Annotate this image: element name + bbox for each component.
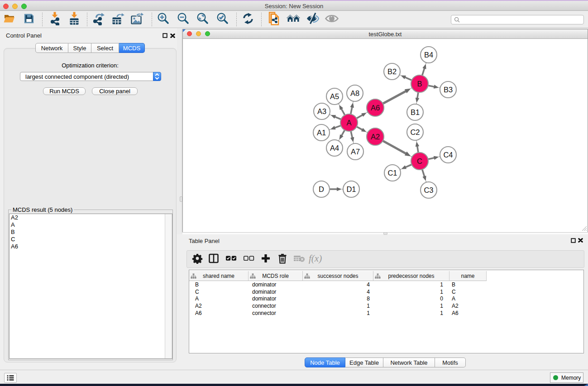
graph-edge-A-A3[interactable] [329,114,341,119]
splitter-handle-left[interactable] [180,196,182,202]
graph-node-A7[interactable]: A7 [347,143,363,160]
graph-edge-A2-C[interactable] [383,141,412,157]
column-header-predecessor-nodes[interactable]: predecessor nodes [373,271,449,281]
save-button[interactable] [22,12,36,27]
clone-network-button[interactable] [267,12,281,27]
graph-node-A3[interactable]: A3 [314,103,330,119]
column-header-shared-name[interactable]: shared name [189,271,249,281]
graph-node-C2[interactable]: C2 [407,124,423,140]
table-row[interactable]: A2connector11A2 [189,303,583,310]
graph-edge-B-B1[interactable] [416,92,419,105]
graph-node-A8[interactable]: A8 [347,85,363,101]
graph-node-A6[interactable]: A6 [367,99,384,116]
refresh-button[interactable] [241,12,255,27]
split-columns-button[interactable] [206,252,221,267]
mcds-result-item[interactable]: A6 [10,243,172,250]
export-table-button[interactable] [111,12,125,27]
graph-edge-C-C3[interactable] [422,170,426,183]
hide-eye-button[interactable] [306,12,320,27]
graph-node-D1[interactable]: D1 [343,181,359,197]
float-panel-icon[interactable] [163,33,167,38]
graph-edge-B-B3[interactable] [428,85,440,88]
tab-network[interactable]: Network [35,43,68,53]
graph-edge-C-C1[interactable] [400,165,412,170]
mcds-result-list[interactable]: A2ABCA6 [9,214,172,359]
task-history-button[interactable] [4,373,17,383]
tab-style[interactable]: Style [68,43,91,53]
close-panel-icon[interactable] [170,33,175,38]
network-canvas[interactable]: AA1A2A3A4A5A6A7A8BB1B2B3B4CC1C2C3C4DD1 [183,39,588,232]
graph-edge-B-B4[interactable] [422,62,426,75]
network-window-titlebar[interactable]: testGlobe.txt [183,29,588,39]
table-row[interactable]: A6connector11A6 [189,310,583,317]
graph-edge-A-A1[interactable] [329,126,341,130]
unselect-all-button[interactable] [241,252,256,267]
mcds-result-item[interactable]: A [10,221,172,229]
graph-node-B2[interactable]: B2 [384,63,400,80]
graph-node-A[interactable]: A [340,114,358,131]
mcds-result-item[interactable]: B [10,229,172,236]
graph-node-A4[interactable]: A4 [326,140,343,156]
column-header-MCDS-role[interactable]: MCDS role [249,271,303,281]
select-all-button[interactable] [224,252,238,267]
graph-edge-A-A8[interactable] [350,101,354,114]
table-row[interactable]: Bdominator41B [189,281,583,289]
graph-node-C[interactable]: C [411,152,428,170]
table-close-panel-icon[interactable] [578,238,583,243]
tab-node-table[interactable]: Node Table [305,357,345,367]
zoom-out-button[interactable] [176,12,191,27]
graph-node-A5[interactable]: A5 [326,88,343,105]
graph-node-A1[interactable]: A1 [313,124,330,141]
graph-edge-A-A7[interactable] [350,131,354,144]
graph-node-B3[interactable]: B3 [440,81,456,98]
graph-edge-C-C4[interactable] [428,156,440,160]
memory-button[interactable]: Memory [550,372,583,383]
resize-grip-icon[interactable] [581,225,587,231]
column-header-successor-nodes[interactable]: successor nodes [303,271,373,281]
gear-button[interactable] [190,252,205,267]
tab-edge-table[interactable]: Edge Table [345,357,383,367]
splitter-handle-bottom[interactable] [383,232,387,235]
graph-edge-A6-B[interactable] [383,88,412,104]
graph-node-B1[interactable]: B1 [407,104,423,120]
table-row[interactable]: Cdominator41C [189,289,583,296]
graph-node-C1[interactable]: C1 [384,165,401,181]
show-eye-button[interactable] [325,12,339,27]
tab-select[interactable]: Select [91,43,119,53]
criterion-dropdown[interactable]: largest connected component (directed) [20,72,161,81]
import-table-button[interactable] [67,12,81,27]
add-column-button[interactable] [258,252,273,267]
close-panel-button[interactable]: Close panel [92,87,138,95]
zoom-in-button[interactable] [156,12,171,27]
table-float-panel-icon[interactable] [571,238,576,243]
table-row[interactable]: Adominator80A [189,295,583,303]
search-input[interactable] [451,15,584,24]
import-network-button[interactable] [48,12,62,27]
mcds-result-item[interactable]: C [10,236,172,243]
graph-edge-A-A2[interactable] [357,127,368,133]
function-button[interactable]: f(x) [309,252,324,267]
graph-node-B4[interactable]: B4 [421,47,437,63]
home-network-button[interactable] [286,12,301,27]
graph-edge-C-C2[interactable] [416,140,419,152]
delete-table-button[interactable] [292,252,306,267]
graph-edge-D-D1[interactable] [330,187,344,191]
graph-edge-A-A6[interactable] [357,112,368,118]
mcds-result-item[interactable]: A2 [10,214,172,221]
tab-mcds[interactable]: MCDS [119,43,145,53]
graph-node-A2[interactable]: A2 [367,128,384,145]
graph-edge-A-A5[interactable] [338,103,344,115]
export-network-button[interactable] [92,12,106,27]
graph-edge-B-B2[interactable] [399,75,412,80]
column-header-name[interactable]: name [449,271,487,281]
graph-edge-A-A4[interactable] [338,130,344,141]
graph-node-D[interactable]: D [313,181,330,197]
graph-node-C4[interactable]: C4 [440,147,456,163]
run-mcds-button[interactable]: Run MCDS [43,87,86,95]
tab-motifs[interactable]: Motifs [435,357,466,367]
zoom-fit-button[interactable] [196,12,210,27]
delete-column-button[interactable] [275,252,290,267]
open-folder-button[interactable] [2,12,17,27]
export-image-button[interactable] [130,12,144,27]
graph-node-B[interactable]: B [411,75,428,92]
